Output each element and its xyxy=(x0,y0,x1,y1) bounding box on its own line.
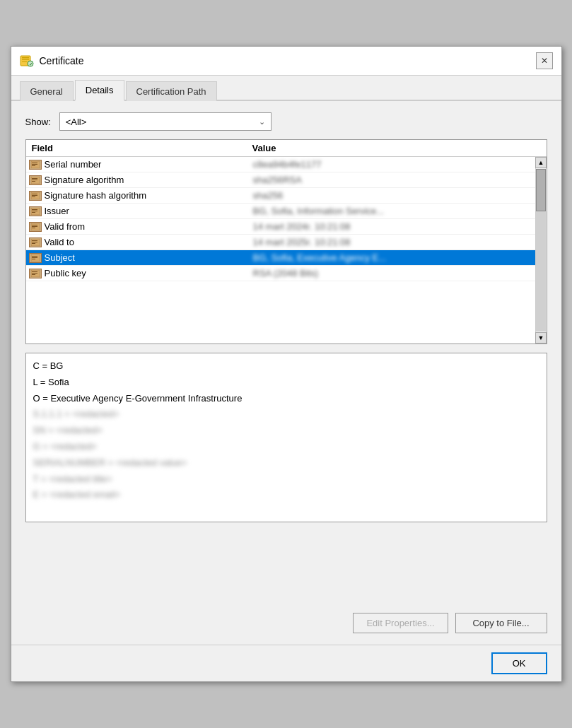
svg-rect-36 xyxy=(32,273,37,274)
field-value: BG, Sofia, Executive Agency E... xyxy=(253,252,535,263)
field-icon xyxy=(29,206,42,216)
chevron-down-icon: ⌄ xyxy=(259,117,265,127)
fields-table: Field Value Serial numberc8ea94b4fe1177 … xyxy=(25,139,547,344)
svg-rect-16 xyxy=(32,195,37,196)
detail-box: C = BGL = SofiaO = Executive Agency E-Go… xyxy=(25,353,547,522)
detail-line: G = <redacted> xyxy=(33,440,539,454)
detail-line: L = Sofia xyxy=(33,375,539,390)
title-bar: ✓ Certificate ✕ xyxy=(11,47,561,76)
field-name: Valid from xyxy=(45,221,253,232)
svg-rect-13 xyxy=(32,181,35,182)
svg-rect-12 xyxy=(32,180,37,180)
svg-rect-32 xyxy=(32,257,37,258)
dialog-icon: ✓ xyxy=(20,54,34,68)
svg-rect-31 xyxy=(32,256,37,257)
action-buttons: Edit Properties... Copy to File... xyxy=(11,606,561,645)
table-row[interactable]: Valid to14 mart 2025r. 10:21:08 xyxy=(26,235,535,250)
svg-rect-37 xyxy=(32,274,35,275)
field-icon xyxy=(29,237,42,247)
svg-rect-7 xyxy=(32,163,37,163)
field-value: 14 mart 2025r. 10:21:08 xyxy=(253,237,535,247)
svg-rect-17 xyxy=(32,196,35,197)
edit-properties-button[interactable]: Edit Properties... xyxy=(353,613,448,633)
tab-general[interactable]: General xyxy=(20,81,74,101)
show-label: Show: xyxy=(25,117,51,127)
field-icon xyxy=(29,269,42,278)
scrollbar[interactable]: ▲ ▼ xyxy=(535,157,547,344)
svg-rect-33 xyxy=(32,259,35,259)
certificate-dialog: ✓ Certificate ✕ General Details Certific… xyxy=(11,46,562,682)
column-value-header: Value xyxy=(252,143,547,153)
column-field-header: Field xyxy=(26,143,252,153)
detail-line: E = <redacted email> xyxy=(33,488,539,503)
svg-rect-11 xyxy=(32,178,37,179)
svg-rect-9 xyxy=(32,165,35,166)
field-name: Valid to xyxy=(45,237,253,247)
close-button[interactable]: ✕ xyxy=(536,52,553,69)
table-body: Serial numberc8ea94b4fe1177 Signature al… xyxy=(26,157,547,344)
svg-rect-15 xyxy=(32,194,37,194)
field-value: 14 mart 2024r. 10:21:08 xyxy=(253,221,535,232)
scroll-thumb[interactable] xyxy=(536,169,546,211)
field-name: Issuer xyxy=(45,206,253,216)
field-value: sha256 xyxy=(253,190,535,201)
table-row[interactable]: Valid from14 mart 2024r. 10:21:08 xyxy=(26,219,535,235)
show-dropdown[interactable]: <All> ⌄ xyxy=(59,112,272,131)
detail-line: T = <redacted title> xyxy=(33,472,539,487)
detail-line: O = Executive Agency E-Government Infras… xyxy=(33,392,539,406)
field-icon xyxy=(29,191,42,201)
svg-rect-1 xyxy=(22,57,29,59)
svg-rect-28 xyxy=(32,242,37,242)
svg-rect-21 xyxy=(32,212,35,213)
field-icon xyxy=(29,160,42,170)
svg-rect-2 xyxy=(22,59,29,60)
copy-to-file-button[interactable]: Copy to File... xyxy=(455,613,547,633)
table-row[interactable]: Signature hash algorithmsha256 xyxy=(26,188,535,204)
detail-line: C = BG xyxy=(33,359,539,374)
svg-text:✓: ✓ xyxy=(29,62,33,66)
ok-button[interactable]: OK xyxy=(491,652,547,674)
field-icon xyxy=(29,222,42,232)
svg-rect-8 xyxy=(32,164,37,165)
field-name: Signature hash algorithm xyxy=(45,190,253,201)
svg-rect-24 xyxy=(32,226,37,227)
tab-certification-path[interactable]: Certification Path xyxy=(126,81,217,101)
tab-details[interactable]: Details xyxy=(75,80,124,101)
detail-line: SN = <redacted> xyxy=(33,423,539,438)
field-value: c8ea94b4fe1177 xyxy=(253,159,535,170)
field-icon xyxy=(29,253,42,263)
tabs-bar: General Details Certification Path xyxy=(11,78,561,101)
scroll-down-button[interactable]: ▼ xyxy=(535,332,547,344)
scroll-up-button[interactable]: ▲ xyxy=(535,157,547,168)
field-icon xyxy=(29,175,42,185)
svg-rect-20 xyxy=(32,211,37,211)
svg-rect-25 xyxy=(32,228,35,228)
detail-line: S.1.1.1 = <redacted> xyxy=(33,407,539,422)
dialog-title: Certificate xyxy=(40,55,536,66)
table-row[interactable]: Public keyRSA (2048 Bits) xyxy=(26,266,535,281)
footer-bar: OK xyxy=(11,645,561,681)
field-value: sha256RSA xyxy=(253,175,535,185)
dialog-body: Show: <All> ⌄ Field Value Serial numberc… xyxy=(11,101,561,606)
svg-rect-23 xyxy=(32,225,37,225)
table-row[interactable]: IssuerBG, Sofia, Information Service... xyxy=(26,204,535,219)
field-name: Signature algorithm xyxy=(45,175,253,185)
field-name: Public key xyxy=(45,268,253,278)
table-row[interactable]: Serial numberc8ea94b4fe1177 xyxy=(26,157,535,172)
show-dropdown-value: <All> xyxy=(66,117,87,127)
show-row: Show: <All> ⌄ xyxy=(25,112,547,131)
svg-rect-35 xyxy=(32,271,37,272)
table-header: Field Value xyxy=(26,140,547,157)
scroll-track[interactable] xyxy=(536,169,546,331)
field-name: Subject xyxy=(45,252,253,263)
detail-line: SERIALNUMBER = <redacted value> xyxy=(33,456,539,471)
field-value: BG, Sofia, Information Service... xyxy=(253,206,535,216)
svg-rect-27 xyxy=(32,240,37,241)
svg-rect-3 xyxy=(22,61,27,62)
svg-rect-29 xyxy=(32,243,35,244)
field-name: Serial number xyxy=(45,159,253,170)
field-value: RSA (2048 Bits) xyxy=(253,268,535,278)
table-row[interactable]: Signature algorithmsha256RSA xyxy=(26,172,535,188)
table-row[interactable]: SubjectBG, Sofia, Executive Agency E... xyxy=(26,250,535,266)
svg-rect-19 xyxy=(32,209,37,210)
